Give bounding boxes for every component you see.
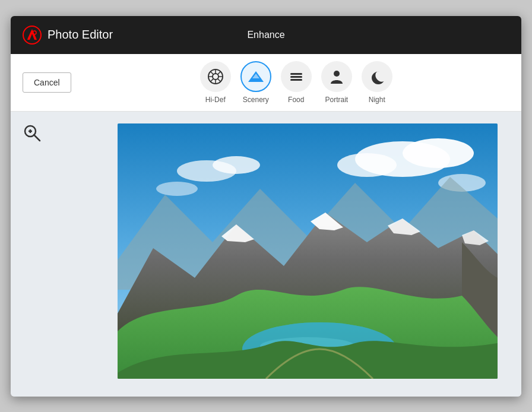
svg-line-10: [217, 71, 220, 74]
app-title: Photo Editor: [48, 28, 113, 42]
cancel-button[interactable]: Cancel: [23, 72, 71, 93]
svg-point-24: [403, 138, 474, 168]
filter-food[interactable]: Food: [281, 61, 312, 104]
header: Photo Editor Enhance: [11, 16, 521, 54]
filter-options: Hi-Def Scenery: [83, 61, 509, 104]
svg-point-25: [337, 153, 397, 177]
landscape-svg: [118, 123, 498, 379]
zoom-in-icon[interactable]: [23, 123, 42, 147]
food-label: Food: [288, 96, 304, 104]
main-content: [11, 112, 521, 397]
svg-line-9: [217, 78, 220, 81]
night-icon: [369, 68, 385, 85]
app-window: Photo Editor Enhance Cancel: [11, 16, 521, 397]
svg-line-8: [210, 71, 213, 74]
svg-point-17: [334, 71, 340, 77]
night-label: Night: [369, 96, 385, 104]
brand: Photo Editor: [23, 26, 113, 45]
portrait-label: Portrait: [325, 96, 348, 104]
scenery-icon: [247, 68, 265, 85]
filter-scenery[interactable]: Scenery: [240, 61, 271, 104]
scenery-icon-circle: [240, 61, 271, 92]
portrait-icon-circle: [321, 61, 352, 92]
filter-portrait[interactable]: Portrait: [321, 61, 352, 104]
adobe-logo-icon: [23, 26, 42, 45]
toolbar: Cancel: [11, 54, 521, 112]
svg-point-0: [23, 26, 41, 44]
svg-point-3: [213, 74, 218, 80]
svg-rect-16: [290, 79, 302, 81]
image-container: [118, 123, 509, 385]
hidef-label: Hi-Def: [205, 96, 226, 104]
svg-point-27: [213, 156, 260, 174]
hidef-icon: [207, 68, 224, 85]
portrait-icon: [328, 68, 345, 85]
svg-rect-15: [290, 76, 302, 78]
main-photo: [118, 123, 498, 379]
food-icon-circle: [281, 61, 312, 92]
svg-rect-14: [290, 73, 302, 75]
svg-line-11: [210, 78, 213, 81]
svg-line-21: [34, 135, 40, 141]
filter-night[interactable]: Night: [362, 61, 392, 104]
svg-point-29: [156, 182, 198, 196]
scenery-label: Scenery: [243, 96, 269, 104]
hidef-icon-circle: [200, 61, 231, 92]
night-icon-circle: [362, 61, 392, 92]
food-icon: [288, 68, 305, 85]
filter-hidef[interactable]: Hi-Def: [200, 61, 231, 104]
header-action-label: Enhance: [247, 30, 284, 40]
